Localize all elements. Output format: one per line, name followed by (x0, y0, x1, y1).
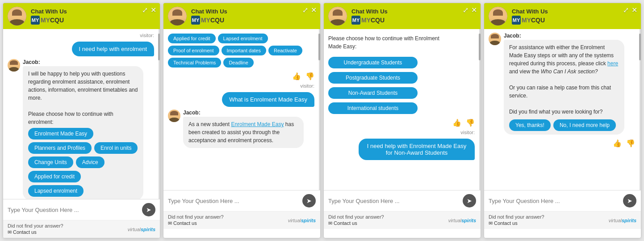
scrollbar-2[interactable] (318, 34, 320, 60)
expand-btn-3[interactable]: ⤢ (463, 7, 468, 14)
agent-content-4: Jacob: For assistance with either the En… (504, 33, 624, 135)
close-btn-3[interactable]: ✕ (471, 7, 477, 14)
close-btn-4[interactable]: ✕ (631, 7, 637, 14)
scrollbar-3[interactable] (479, 34, 481, 60)
chat-input-1[interactable] (8, 207, 139, 213)
header-text-3: Chat With Us MY MYCQU (351, 8, 476, 25)
feedback-row-2: 👍 👎 (168, 72, 314, 80)
chat-header-2: Chat With Us MY MYCQU ⤢ ✕ (163, 3, 320, 29)
btn-international-3[interactable]: International students (328, 102, 418, 114)
contact-link-3[interactable]: ✉ Contact us (328, 220, 384, 226)
enrolment-made-easy-link-2[interactable]: Enrolment Made Easy (231, 121, 284, 127)
contact-link-2[interactable]: ✉ Contact us (168, 220, 224, 226)
agent-name-1: Jacob: (23, 59, 143, 65)
agent-row-4: Jacob: For assistance with either the En… (489, 33, 635, 135)
btn-reactivate-2[interactable]: Reactivate (268, 46, 302, 55)
thumbs-down-2[interactable]: 👎 (305, 72, 314, 80)
btn-group-4: Yes, thanks! No, I need more help (509, 119, 619, 131)
btn-change-units[interactable]: Change Units (28, 156, 73, 168)
btn-undergraduate-3[interactable]: Undergraduate Students (328, 57, 418, 68)
brand-text-3: MYCQU (361, 17, 385, 24)
here-link-4[interactable]: here (607, 60, 618, 67)
btn-lapsed-enrolment[interactable]: Lapsed enrolment (28, 185, 84, 197)
close-btn-1[interactable]: ✕ (151, 7, 156, 14)
visitor-label-2: visitor: (168, 83, 314, 89)
expand-btn-2[interactable]: ⤢ (302, 7, 308, 14)
did-not-find-left-4: Did not find your answer? ✉ Contact us (489, 214, 544, 226)
brand-text-1: MYCQU (41, 17, 64, 24)
header-controls-1: ⤢ ✕ (142, 7, 156, 14)
expand-btn-4[interactable]: ⤢ (623, 7, 629, 14)
no-more-help-btn-4[interactable]: No, I need more help (553, 119, 616, 131)
vs-virtual-2: virtual (288, 218, 301, 223)
feedback-row-4: 👍 👎 (489, 139, 635, 148)
chat-body-wrapper-3: Please choose how to continue with Enrol… (324, 29, 481, 190)
agent-text-plain-3: Please choose how to continue with Enrol… (328, 33, 449, 52)
btn-proof-enrolment-2[interactable]: Proof of enrolment (168, 46, 219, 55)
btn-non-award-3[interactable]: Non-Award Students (328, 87, 418, 99)
chat-input-3[interactable] (328, 198, 460, 204)
did-not-find-3: Did not find your answer? ✉ Contact us v… (324, 211, 481, 229)
brand-icon-3: MY (351, 16, 360, 25)
chat-input-2[interactable] (168, 198, 300, 204)
brand-logo-2: MY MYCQU (191, 16, 316, 25)
brand-cqu-1: CQU (50, 17, 64, 24)
agent-content-1: Jacob: I will be happy to help you with … (23, 59, 143, 199)
thumbs-up-2[interactable]: 👍 (292, 72, 301, 80)
chat-input-4[interactable] (489, 198, 620, 204)
close-btn-2[interactable]: ✕ (311, 7, 317, 14)
btn-applied-credit[interactable]: Applied for credit (28, 171, 81, 182)
agent-face-2 (168, 7, 187, 25)
agent-bubble-4: For assistance with either the Enrolment… (504, 40, 624, 135)
yes-thanks-btn-4[interactable]: Yes, thanks! (509, 119, 551, 131)
send-btn-1[interactable]: ➤ (142, 203, 155, 216)
send-btn-4[interactable]: ➤ (623, 194, 636, 207)
expand-btn-1[interactable]: ⤢ (142, 7, 148, 14)
btn-enrolment-made-easy[interactable]: Enrolment Made Easy (28, 128, 93, 140)
chat-body-4: Jacob: For assistance with either the En… (484, 29, 641, 190)
btn-technical-problems-2[interactable]: Technical Problems (168, 58, 221, 68)
brand-text-2: MYCQU (201, 17, 224, 24)
scrollbar-1[interactable] (158, 34, 160, 60)
btn-postgraduate-3[interactable]: Postgraduate Students (328, 72, 418, 84)
avatar-1 (8, 7, 26, 25)
chat-widget-1: Chat With Us MY MYCQU ⤢ ✕ visitor: I nee… (3, 3, 160, 238)
brand-my-4: MY (513, 17, 520, 23)
chat-with-us-3: Chat With Us (351, 8, 476, 15)
agent-avatar-1 (8, 59, 20, 72)
brand-cqu-3: CQU (371, 17, 385, 24)
send-btn-2[interactable]: ➤ (302, 194, 316, 207)
btn-deadline-2[interactable]: Deadline (223, 58, 253, 68)
avatar-3 (328, 7, 347, 25)
header-text-1: Chat With Us MY MYCQU (31, 8, 155, 25)
contact-link-1[interactable]: ✉ Contact us (8, 229, 63, 235)
chat-body-wrapper-2: Applied for credit Lapsed enrolment Proo… (163, 29, 320, 190)
scrollbar-4[interactable] (639, 34, 641, 60)
btn-enrol-units[interactable]: Enrol in units (94, 142, 138, 154)
thumbs-up-4[interactable]: 👍 (613, 139, 622, 148)
send-btn-3[interactable]: ➤ (463, 194, 476, 207)
virtual-spirits-1: virtualspirits (128, 227, 155, 232)
brand-my-1: MY (32, 17, 39, 23)
brand-my-2: MY (192, 17, 200, 23)
btn-planners-profiles[interactable]: Planners and Profiles (28, 142, 92, 154)
btn-advice[interactable]: Advice (76, 156, 105, 168)
btn-important-dates-2[interactable]: Important dates (222, 46, 266, 55)
chat-footer-2: ➤ (163, 190, 320, 211)
brand-icon-1: MY (31, 16, 40, 25)
chat-body-wrapper-4: Jacob: For assistance with either the En… (484, 29, 641, 190)
virtual-spirits-2: virtualspirits (288, 218, 316, 223)
chat-footer-4: ➤ (484, 190, 641, 211)
thumbs-down-3[interactable]: 👎 (466, 118, 475, 127)
did-not-find-4: Did not find your answer? ✉ Contact us v… (484, 211, 641, 229)
thumbs-up-3[interactable]: 👍 (452, 118, 461, 127)
btn-applied-credit-2[interactable]: Applied for credit (168, 34, 216, 43)
btn-group-1: Enrolment Made Easy Planners and Profile… (28, 128, 138, 197)
btn-lapsed-enrolment-2[interactable]: Lapsed enrolment (218, 34, 268, 43)
brand-my-3: MY (352, 17, 360, 23)
vs-virtual-1: virtual (128, 227, 141, 232)
btn-group-vertical-3: Undergraduate Students Postgraduate Stud… (328, 57, 475, 114)
thumbs-down-4[interactable]: 👎 (626, 139, 635, 148)
contact-link-4[interactable]: ✉ Contact us (489, 220, 544, 226)
chat-body-3: Please choose how to continue with Enrol… (324, 29, 481, 190)
